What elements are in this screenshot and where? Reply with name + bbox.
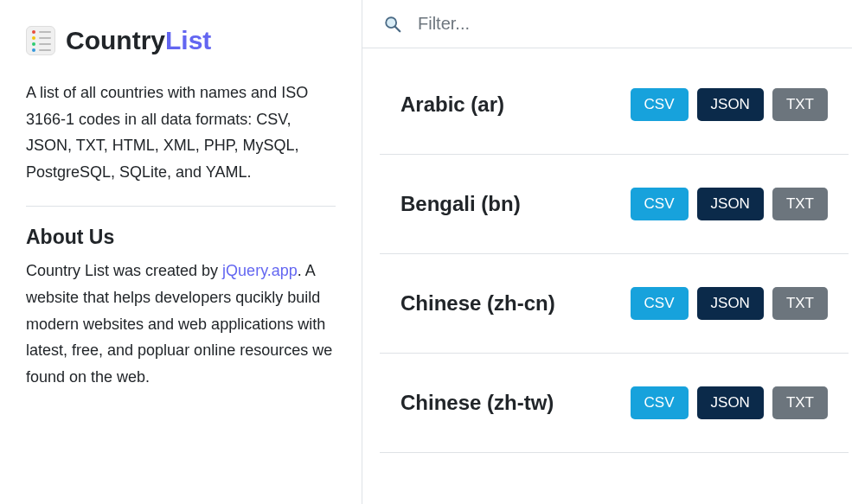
list-item: Arabic (ar) CSV JSON TXT <box>380 48 849 155</box>
download-buttons: CSV JSON TXT <box>631 386 828 419</box>
search-icon <box>383 15 402 34</box>
list-item: Bengali (bn) CSV JSON TXT <box>380 155 849 254</box>
txt-button[interactable]: TXT <box>772 287 828 320</box>
about-text: Country List was created by jQuery.app. … <box>26 258 336 390</box>
csv-button[interactable]: CSV <box>631 386 689 419</box>
download-buttons: CSV JSON TXT <box>631 188 828 220</box>
language-name: Chinese (zh-tw) <box>400 391 554 415</box>
about-prefix: Country List was created by <box>26 262 222 279</box>
json-button[interactable]: JSON <box>697 386 764 419</box>
language-name: Arabic (ar) <box>400 93 504 117</box>
language-name: Chinese (zh-cn) <box>400 291 555 316</box>
list-app-icon <box>26 26 55 55</box>
main-content: Arabic (ar) CSV JSON TXT Bengali (bn) CS… <box>362 0 852 504</box>
brand-title-part2: List <box>165 26 211 54</box>
svg-line-1 <box>395 26 400 31</box>
sidebar: CountryList A list of all countries with… <box>0 0 362 504</box>
brand-title: CountryList <box>66 26 211 55</box>
divider <box>26 206 336 207</box>
about-suffix: . A website that helps developers qucikl… <box>26 262 332 385</box>
txt-button[interactable]: TXT <box>772 188 828 220</box>
json-button[interactable]: JSON <box>697 188 764 220</box>
list-item: Chinese (zh-tw) CSV JSON TXT <box>380 354 849 453</box>
txt-button[interactable]: TXT <box>772 88 828 121</box>
language-list: Arabic (ar) CSV JSON TXT Bengali (bn) CS… <box>362 48 852 504</box>
json-button[interactable]: JSON <box>697 88 764 121</box>
brand-title-part1: Country <box>66 26 165 54</box>
jquery-app-link[interactable]: jQuery.app <box>222 262 298 279</box>
filter-bar <box>362 0 852 48</box>
txt-button[interactable]: TXT <box>772 386 828 419</box>
download-buttons: CSV JSON TXT <box>631 88 828 121</box>
brand: CountryList <box>26 26 336 55</box>
download-buttons: CSV JSON TXT <box>631 287 828 320</box>
filter-input[interactable] <box>418 14 831 34</box>
about-heading: About Us <box>26 226 336 249</box>
csv-button[interactable]: CSV <box>631 287 689 320</box>
sidebar-description: A list of all countries with names and I… <box>26 80 336 185</box>
csv-button[interactable]: CSV <box>631 88 689 121</box>
csv-button[interactable]: CSV <box>631 188 689 220</box>
list-item: Chinese (zh-cn) CSV JSON TXT <box>380 254 849 354</box>
json-button[interactable]: JSON <box>697 287 764 320</box>
language-name: Bengali (bn) <box>400 192 521 216</box>
